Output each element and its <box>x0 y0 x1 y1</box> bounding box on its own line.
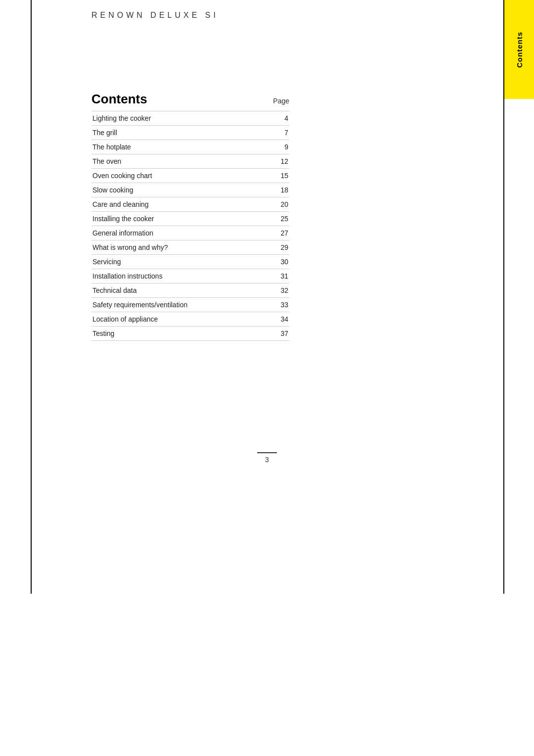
contents-item-page: 27 <box>269 226 289 240</box>
table-row: Slow cooking18 <box>91 183 289 197</box>
table-row: The oven12 <box>91 154 289 169</box>
page-number-container: 3 <box>257 452 277 464</box>
contents-item-page: 30 <box>269 255 289 269</box>
contents-item-page: 12 <box>269 154 289 169</box>
contents-item-label: The oven <box>91 154 269 169</box>
contents-item-label: The grill <box>91 126 269 140</box>
contents-item-label: General information <box>91 226 269 240</box>
contents-item-page: 37 <box>269 327 289 341</box>
page-title: RENOWN DELUXE SI <box>91 11 219 20</box>
contents-item-page: 7 <box>269 126 289 140</box>
contents-item-page: 34 <box>269 312 289 327</box>
contents-header: Contents Page <box>91 92 289 107</box>
table-row: Testing37 <box>91 327 289 341</box>
contents-item-label: The hotplate <box>91 140 269 154</box>
contents-item-page: 20 <box>269 197 289 212</box>
contents-item-label: Care and cleaning <box>91 197 269 212</box>
table-row: Oven cooking chart15 <box>91 169 289 183</box>
contents-item-page: 32 <box>269 284 289 298</box>
table-row: The grill7 <box>91 126 289 140</box>
table-row: Lighting the cooker4 <box>91 111 289 126</box>
contents-item-label: Servicing <box>91 255 269 269</box>
contents-table: Lighting the cooker4The grill7The hotpla… <box>91 111 289 341</box>
contents-item-page: 33 <box>269 298 289 312</box>
table-row: General information27 <box>91 226 289 240</box>
contents-item-page: 18 <box>269 183 289 197</box>
page-number-line <box>257 452 277 453</box>
contents-item-label: Technical data <box>91 284 269 298</box>
page-container: Contents RENOWN DELUXE SI Contents Page … <box>0 0 534 756</box>
table-row: Installation instructions31 <box>91 269 289 284</box>
contents-item-page: 15 <box>269 169 289 183</box>
contents-item-label: Lighting the cooker <box>91 111 269 126</box>
contents-item-page: 31 <box>269 269 289 284</box>
contents-item-label: Installation instructions <box>91 269 269 284</box>
contents-item-label: Oven cooking chart <box>91 169 269 183</box>
table-row: Safety requirements/ventilation33 <box>91 298 289 312</box>
contents-item-label: Testing <box>91 327 269 341</box>
contents-item-page: 4 <box>269 111 289 126</box>
left-border-line <box>31 0 32 594</box>
contents-item-page: 29 <box>269 240 289 255</box>
table-row: Technical data32 <box>91 284 289 298</box>
page-column-label: Page <box>273 97 289 105</box>
contents-item-label: Safety requirements/ventilation <box>91 298 269 312</box>
table-row: Location of appliance34 <box>91 312 289 327</box>
contents-section: Contents Page Lighting the cooker4The gr… <box>91 92 289 341</box>
table-row: Care and cleaning20 <box>91 197 289 212</box>
contents-item-page: 25 <box>269 212 289 226</box>
page-number: 3 <box>265 456 269 464</box>
table-row: Servicing30 <box>91 255 289 269</box>
contents-item-label: What is wrong and why? <box>91 240 269 255</box>
table-row: What is wrong and why?29 <box>91 240 289 255</box>
contents-item-label: Installing the cooker <box>91 212 269 226</box>
table-row: Installing the cooker25 <box>91 212 289 226</box>
table-row: The hotplate9 <box>91 140 289 154</box>
contents-item-label: Slow cooking <box>91 183 269 197</box>
sidebar-tab: Contents <box>504 0 534 99</box>
contents-heading: Contents <box>91 92 147 107</box>
contents-item-label: Location of appliance <box>91 312 269 327</box>
contents-item-page: 9 <box>269 140 289 154</box>
sidebar-tab-label: Contents <box>515 32 524 68</box>
